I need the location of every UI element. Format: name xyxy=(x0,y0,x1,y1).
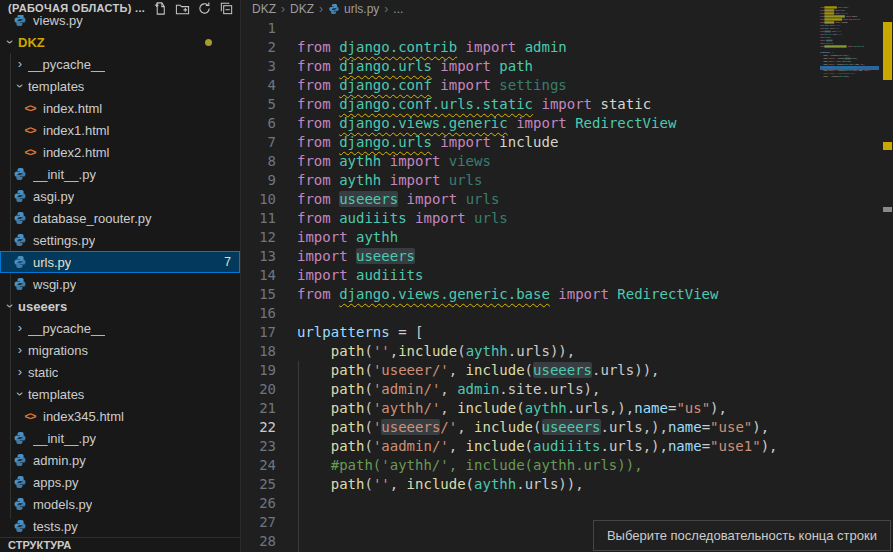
code-line-15[interactable]: from django.views.generic.base import Re… xyxy=(297,285,819,304)
code-line-3[interactable]: from django.urls import path xyxy=(297,57,819,76)
code-line-7[interactable]: from django.urls import include xyxy=(297,133,819,152)
new-folder-icon[interactable] xyxy=(175,1,190,16)
line-number[interactable]: 28 xyxy=(241,532,276,551)
tree-item--init-py[interactable]: __init__.py xyxy=(0,163,240,185)
line-number[interactable]: 1 xyxy=(241,19,276,38)
tree-item-asgi-py[interactable]: asgi.py xyxy=(0,185,240,207)
tree-item-templates[interactable]: ›templates xyxy=(0,75,240,97)
code-line-19[interactable]: path('useeer/', include(useeers.urls)), xyxy=(297,361,819,380)
overview-ruler[interactable] xyxy=(882,0,893,552)
tree-item-apps-py[interactable]: apps.py xyxy=(0,471,240,493)
code-line-8[interactable]: from aythh import views xyxy=(297,152,819,171)
line-number[interactable]: 5 xyxy=(241,95,276,114)
code-line-28[interactable] xyxy=(820,84,879,87)
line-number[interactable]: 24 xyxy=(241,456,276,475)
python-icon xyxy=(13,233,27,247)
outline-section-header[interactable]: СТРУКТУРА xyxy=(0,537,240,552)
line-number[interactable]: 18 xyxy=(241,342,276,361)
tree-item-database-roouter-py[interactable]: database_roouter.py xyxy=(0,207,240,229)
tree-item-views-py[interactable]: views.py xyxy=(0,15,240,31)
code-line-17[interactable]: urlpatterns = [ xyxy=(297,323,819,342)
collapse-all-icon[interactable] xyxy=(219,1,234,16)
tree-item-models-py[interactable]: models.py xyxy=(0,493,240,515)
line-number[interactable]: 15 xyxy=(241,285,276,304)
code-line-21[interactable]: path('aythh/', include(aythh.urls,),name… xyxy=(297,399,819,418)
code-line-26[interactable] xyxy=(297,494,819,513)
code-line-6[interactable]: from django.views.generic import Redirec… xyxy=(297,114,819,133)
code-line-4[interactable]: from django.conf import settings xyxy=(297,76,819,95)
tree-item-static[interactable]: ›static xyxy=(0,361,240,383)
line-number[interactable]: 25 xyxy=(241,475,276,494)
tree-item-tests-py[interactable]: tests.py xyxy=(0,515,240,537)
breadcrumb-item[interactable]: urls.py xyxy=(328,2,379,16)
code-line-10[interactable]: from useeers import urls xyxy=(297,190,819,209)
line-number[interactable]: 13 xyxy=(241,247,276,266)
tree-item-useeers[interactable]: ›useeers xyxy=(0,295,240,317)
breadcrumb-item[interactable]: DKZ xyxy=(252,2,276,16)
line-number[interactable]: 23 xyxy=(241,437,276,456)
tree-item--init-py[interactable]: __init__.py xyxy=(0,427,240,449)
line-number[interactable]: 3 xyxy=(241,57,276,76)
tree-item-index-html[interactable]: <>index.html xyxy=(0,97,240,119)
tree-item-migrations[interactable]: ›migrations xyxy=(0,339,240,361)
code-line-23[interactable]: path('aadmin/', include(audiiits.urls,),… xyxy=(297,437,819,456)
tree-item--pycache-[interactable]: ›__pycache__ xyxy=(0,317,240,339)
tree-item-index345-html[interactable]: <>index345.html xyxy=(0,405,240,427)
code-line-16[interactable] xyxy=(297,304,819,323)
line-number[interactable]: 27 xyxy=(241,513,276,532)
refresh-icon[interactable] xyxy=(197,1,212,16)
line-number[interactable]: 14 xyxy=(241,266,276,285)
line-number[interactable]: 22 xyxy=(241,418,276,437)
line-number[interactable]: 21 xyxy=(241,399,276,418)
python-icon xyxy=(13,167,27,181)
line-number[interactable]: 10 xyxy=(241,190,276,209)
code-line-9[interactable]: from aythh import urls xyxy=(297,171,819,190)
breadcrumb[interactable]: DKZ›DKZ›urls.py›... xyxy=(241,0,893,17)
workspace-section-header[interactable]: (РАБОЧАЯ ОБЛАСТЬ) ... xyxy=(0,0,240,16)
tree-item-label: __init__.py xyxy=(33,167,96,182)
tree-item-label: __pycache__ xyxy=(28,57,105,72)
code-area[interactable]: 1234567891011121314151617181920212223242… xyxy=(241,19,893,552)
minimap[interactable]: from django.contrib import adminfrom dja… xyxy=(820,3,879,243)
tree-item-settings-py[interactable]: settings.py xyxy=(0,229,240,251)
code-line-2[interactable]: from django.contrib import admin xyxy=(297,38,819,57)
tree-item-urls-py[interactable]: urls.py7 xyxy=(0,251,240,273)
code-lines[interactable]: from django.contrib import adminfrom dja… xyxy=(297,19,819,551)
line-number[interactable]: 8 xyxy=(241,152,276,171)
line-number[interactable]: 7 xyxy=(241,133,276,152)
breadcrumb-item[interactable]: DKZ xyxy=(290,2,314,16)
breadcrumb-item[interactable]: ... xyxy=(393,2,403,16)
line-number[interactable]: 6 xyxy=(241,114,276,133)
tree-item-dkz[interactable]: ›DKZ xyxy=(0,31,240,53)
code-line-13[interactable]: import useeers xyxy=(297,247,819,266)
tree-item-wsgi-py[interactable]: wsgi.py xyxy=(0,273,240,295)
chevron-down-icon: › xyxy=(2,298,18,314)
line-number[interactable]: 4 xyxy=(241,76,276,95)
code-line-5[interactable]: from django.conf.urls.static import stat… xyxy=(297,95,819,114)
line-number[interactable]: 2 xyxy=(241,38,276,57)
code-line-12[interactable]: import aythh xyxy=(297,228,819,247)
tree-item-index1-html[interactable]: <>index1.html xyxy=(0,119,240,141)
line-number[interactable]: 12 xyxy=(241,228,276,247)
code-line-22[interactable]: path('useeers/', include(useeers.urls,),… xyxy=(297,418,819,437)
line-number[interactable]: 11 xyxy=(241,209,276,228)
code-line-14[interactable]: import audiiits xyxy=(297,266,819,285)
line-number[interactable]: 17 xyxy=(241,323,276,342)
tree-item-admin-py[interactable]: admin.py xyxy=(0,449,240,471)
code-line-25[interactable]: path('', include(aythh.urls)), xyxy=(297,475,819,494)
tree-item--pycache-[interactable]: ›__pycache__ xyxy=(0,53,240,75)
code-line-18[interactable]: path('',include(aythh.urls)), xyxy=(297,342,819,361)
line-number[interactable]: 9 xyxy=(241,171,276,190)
code-line-24[interactable]: #path('aythh/', include(aythh.urls)), xyxy=(297,456,819,475)
tree-item-templates[interactable]: ›templates xyxy=(0,383,240,405)
line-number[interactable]: 16 xyxy=(241,304,276,323)
workspace-title: (РАБОЧАЯ ОБЛАСТЬ) ... xyxy=(8,2,145,14)
code-line-11[interactable]: from audiiits import urls xyxy=(297,209,819,228)
new-file-icon[interactable] xyxy=(153,1,168,16)
line-number[interactable]: 26 xyxy=(241,494,276,513)
tree-item-index2-html[interactable]: <>index2.html xyxy=(0,141,240,163)
line-number[interactable]: 20 xyxy=(241,380,276,399)
code-line-20[interactable]: path('admin/', admin.site.urls), xyxy=(297,380,819,399)
line-number[interactable]: 19 xyxy=(241,361,276,380)
code-line-1[interactable] xyxy=(297,19,819,38)
